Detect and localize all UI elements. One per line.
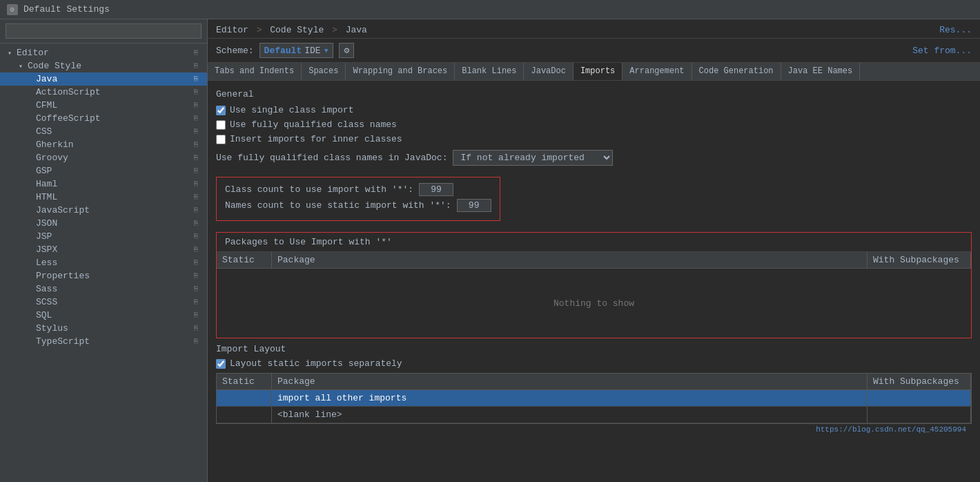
sidebar-item-cfml[interactable]: CFML⎘: [0, 99, 207, 112]
copy-icon-gsp: ⎘: [190, 166, 202, 176]
checkbox-row-fully-qualified: Use fully qualified class names: [216, 119, 972, 130]
sidebar-label-less: Less: [36, 258, 188, 268]
checkbox-fully-qualified[interactable]: [216, 120, 226, 130]
import-row-0[interactable]: import all other imports: [217, 390, 971, 407]
scheme-label: Scheme:: [216, 46, 254, 56]
layout-static-checkbox-row: Layout static imports separately: [216, 358, 972, 369]
sidebar-item-actionscript[interactable]: ActionScript⎘: [0, 86, 207, 99]
scheme-gear-button[interactable]: ⚙: [339, 43, 354, 58]
names-count-input[interactable]: [457, 199, 491, 212]
checkbox-single-class[interactable]: [216, 106, 226, 115]
copy-icon-actionscript: ⎘: [190, 88, 202, 97]
title-bar-text: Default Settings: [23, 4, 110, 15]
content-header: Editor > Code Style > Java Res...: [208, 19, 980, 39]
import-layout-title: Import Layout: [216, 344, 972, 354]
scheme-dropdown-arrow: ▾: [324, 45, 329, 56]
checkbox-insert-inner[interactable]: [216, 135, 226, 144]
sidebar-item-jsp[interactable]: JSP⎘: [0, 230, 207, 243]
sidebar-label-jspx: JSPX: [36, 244, 188, 255]
sidebar-label-stylus: Stylus: [36, 323, 188, 334]
scheme-ide: IDE: [304, 46, 320, 56]
sidebar-label-groovy: Groovy: [36, 153, 188, 163]
sidebar-item-coffeescript[interactable]: CoffeeScript⎘: [0, 112, 207, 125]
copy-icon-jspx: ⎘: [190, 245, 202, 255]
sidebar-item-stylus[interactable]: Stylus⎘: [0, 322, 207, 335]
sidebar-item-javascript[interactable]: JavaScript⎘: [0, 204, 207, 217]
tab-codegeneration[interactable]: Code Generation: [692, 63, 781, 80]
tab-javadoc[interactable]: JavaDoc: [524, 63, 573, 80]
class-count-label: Class count to use import with '*':: [225, 184, 413, 195]
copy-icon-jsp: ⎘: [190, 232, 202, 242]
sidebar-item-properties[interactable]: Properties⎘: [0, 269, 207, 282]
tab-javaee[interactable]: Java EE Names: [781, 63, 861, 80]
packages-col-package: Package: [272, 252, 868, 268]
copy-icon-gherkin: ⎘: [190, 140, 202, 150]
copy-icon-cfml: ⎘: [190, 101, 202, 110]
javadoc-dropdown[interactable]: If not already imported: [453, 150, 613, 166]
sidebar-item-scss[interactable]: SCSS⎘: [0, 296, 207, 309]
copy-icon-html: ⎘: [190, 193, 202, 202]
sidebar-item-typescript[interactable]: TypeScript⎘: [0, 335, 207, 348]
tab-tabs[interactable]: Tabs and Indents: [208, 63, 302, 80]
sidebar-label-javascript: JavaScript: [36, 205, 188, 215]
sidebar-item-sql[interactable]: SQL⎘: [0, 309, 207, 322]
scheme-value: Default: [264, 46, 302, 56]
scheme-dropdown[interactable]: Default IDE ▾: [259, 43, 334, 58]
sidebar-item-groovy[interactable]: Groovy⎘: [0, 151, 207, 164]
copy-icon-java: ⎘: [190, 75, 202, 84]
class-count-input[interactable]: [419, 183, 453, 196]
breadcrumb-editor: Editor: [216, 25, 248, 35]
tab-arrangement[interactable]: Arrangement: [623, 63, 692, 80]
tab-spaces[interactable]: Spaces: [302, 63, 346, 80]
import-row-1[interactable]: <blank line>: [217, 407, 971, 423]
sidebar-item-code-style[interactable]: ▾Code Style⎘: [0, 59, 207, 73]
sidebar-label-cfml: CFML: [36, 100, 188, 110]
import-cell-subpackages-0: [868, 390, 971, 406]
import-cell-package-0: import all other imports: [272, 390, 868, 406]
tab-blank[interactable]: Blank Lines: [455, 63, 524, 80]
import-layout-section: Import Layout Layout static imports sepa…: [216, 344, 972, 435]
counts-box: Class count to use import with '*': Name…: [216, 177, 500, 221]
sidebar-item-sass[interactable]: Sass⎘: [0, 282, 207, 296]
names-count-label: Names count to use static import with '*…: [225, 200, 451, 211]
layout-static-checkbox[interactable]: [216, 359, 226, 369]
import-col-static: Static: [217, 374, 272, 389]
sidebar-item-less[interactable]: Less⎘: [0, 256, 207, 269]
sidebar-item-java[interactable]: Java⎘: [0, 73, 207, 86]
tab-imports[interactable]: Imports: [574, 63, 623, 81]
copy-icon-sass: ⎘: [190, 285, 202, 294]
sidebar-label-gsp: GSP: [36, 166, 188, 176]
tab-wrapping[interactable]: Wrapping and Braces: [346, 63, 455, 80]
sidebar-label-jsp: JSP: [36, 231, 188, 242]
sidebar-search-input[interactable]: [6, 23, 202, 39]
copy-icon-less: ⎘: [190, 258, 202, 268]
sidebar-item-gsp[interactable]: GSP⎘: [0, 164, 207, 177]
copy-icon-stylus: ⎘: [190, 324, 202, 334]
javadoc-dropdown-label: Use fully qualified class names in JavaD…: [216, 153, 447, 163]
sidebar-label-gherkin: Gherkin: [36, 139, 188, 150]
import-cell-static-0: [217, 390, 272, 406]
checkbox-label-insert-inner: Insert imports for inner classes: [230, 134, 402, 144]
packages-box: Packages to Use Import with '*' Static P…: [216, 232, 972, 338]
sidebar: ▾Editor⎘▾Code Style⎘Java⎘ActionScript⎘CF…: [0, 19, 208, 482]
copy-icon-json: ⎘: [190, 219, 202, 229]
content-body: General Use single class importUse fully…: [208, 81, 980, 482]
sidebar-item-css[interactable]: CSS⎘: [0, 125, 207, 138]
sidebar-item-json[interactable]: JSON⎘: [0, 217, 207, 230]
sidebar-label-css: CSS: [36, 126, 188, 137]
copy-icon-editor: ⎘: [190, 48, 202, 58]
sidebar-item-haml[interactable]: Haml⎘: [0, 177, 207, 191]
tree-arrow-editor: ▾: [6, 49, 14, 57]
sidebar-label-scss: SCSS: [36, 297, 188, 307]
checkbox-row-insert-inner: Insert imports for inner classes: [216, 134, 972, 144]
copy-icon-code-style: ⎘: [190, 61, 202, 71]
sidebar-item-gherkin[interactable]: Gherkin⎘: [0, 138, 207, 151]
sidebar-label-html: HTML: [36, 192, 188, 202]
sidebar-item-html[interactable]: HTML⎘: [0, 191, 207, 204]
sidebar-label-properties: Properties: [36, 271, 188, 281]
sidebar-label-java: Java: [36, 74, 188, 84]
sidebar-item-editor[interactable]: ▾Editor⎘: [0, 46, 207, 59]
set-from-link[interactable]: Set from...: [912, 46, 972, 56]
reset-link[interactable]: Res...: [939, 25, 972, 35]
sidebar-item-jspx[interactable]: JSPX⎘: [0, 243, 207, 256]
